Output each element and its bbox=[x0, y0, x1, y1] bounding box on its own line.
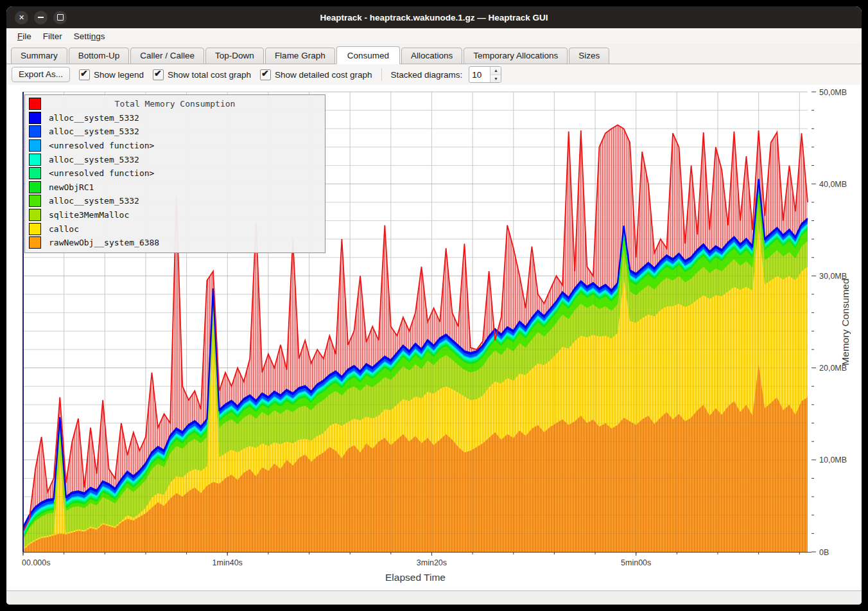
legend-title-row[interactable]: Total Memory Consumption bbox=[25, 97, 325, 111]
legend-title: Total Memory Consumption bbox=[25, 99, 325, 109]
tab-consumed[interactable]: Consumed bbox=[336, 46, 400, 64]
legend-item-label: calloc bbox=[49, 224, 79, 234]
y-tick-label: 40,0MB bbox=[819, 180, 847, 189]
x-tick-label: 3min20s bbox=[417, 558, 447, 567]
legend-item[interactable]: alloc__system_5332 bbox=[25, 125, 325, 139]
stacked-diagrams-label: Stacked diagrams: bbox=[391, 70, 463, 80]
x-tick-label: 00.000s bbox=[22, 558, 50, 567]
tab-temporary-allocations[interactable]: Temporary Allocations bbox=[464, 48, 568, 64]
show-total-cost-label: Show total cost graph bbox=[168, 70, 251, 80]
tab-caller-callee[interactable]: Caller / Callee bbox=[130, 48, 204, 64]
legend-item[interactable]: alloc__system_5332 bbox=[25, 152, 325, 166]
maximize-button[interactable] bbox=[53, 11, 67, 24]
y-axis-title: Memory Consumed bbox=[840, 278, 851, 365]
spinner-arrows: ▲ ▼ bbox=[490, 67, 501, 82]
legend-item-label: sqlite3MemMalloc bbox=[49, 210, 129, 220]
minimize-icon bbox=[38, 17, 44, 18]
maximize-icon bbox=[57, 14, 64, 21]
close-icon: ✕ bbox=[19, 14, 24, 21]
toolbar-separator bbox=[381, 68, 382, 81]
memory-consumption-chart: 00.000s1min40s3min20s5min00s0B10,0MB20,0… bbox=[6, 85, 862, 590]
legend-item[interactable]: calloc bbox=[25, 222, 325, 236]
legend-item-label: <unresolved function> bbox=[49, 168, 154, 178]
toolbar: Export As... ✔ Show legend ✔ Show total … bbox=[6, 64, 862, 85]
status-bar bbox=[6, 590, 862, 605]
legend-item[interactable]: alloc__system_5332 bbox=[25, 194, 325, 208]
show-total-cost-checkbox-group[interactable]: ✔ Show total cost graph bbox=[153, 69, 251, 80]
tab-summary[interactable]: Summary bbox=[11, 48, 67, 64]
stacked-diagrams-spinner[interactable]: 10 ▲ ▼ bbox=[469, 66, 501, 83]
menu-filter[interactable]: Filter bbox=[37, 30, 68, 42]
close-button[interactable]: ✕ bbox=[15, 11, 28, 24]
show-detailed-cost-checkbox-group[interactable]: ✔ Show detailed cost graph bbox=[260, 69, 372, 80]
window-title: Heaptrack - heaptrack.wakunode.1.gz — He… bbox=[6, 13, 862, 22]
tab-sizes[interactable]: Sizes bbox=[569, 48, 609, 64]
checkmark-icon: ✔ bbox=[154, 68, 162, 78]
y-tick-label: 10,0MB bbox=[819, 456, 847, 465]
legend-item[interactable]: <unresolved function> bbox=[25, 166, 325, 181]
legend-item-label: alloc__system_5332 bbox=[49, 196, 139, 206]
minimize-button[interactable] bbox=[34, 11, 48, 24]
tab-bottom-up[interactable]: Bottom-Up bbox=[69, 48, 130, 64]
legend-item[interactable]: newObjRC1 bbox=[25, 181, 325, 195]
legend-item[interactable]: rawNewObj__system_6388 bbox=[25, 236, 325, 250]
show-detailed-cost-label: Show detailed cost graph bbox=[275, 70, 372, 80]
tab-top-down[interactable]: Top-Down bbox=[205, 48, 264, 64]
y-tick-label: 50,0MB bbox=[819, 88, 847, 97]
legend-swatch bbox=[29, 139, 41, 152]
app-window: ✕ Heaptrack - heaptrack.wakunode.1.gz — … bbox=[6, 6, 862, 605]
legend-item-label: alloc__system_5332 bbox=[49, 155, 139, 164]
legend-item-label: <unresolved function> bbox=[49, 141, 154, 150]
legend-swatch bbox=[29, 223, 41, 235]
legend-item[interactable]: alloc__system_5332 bbox=[25, 111, 325, 125]
y-tick-label: 0B bbox=[819, 548, 829, 557]
spinner-up-icon[interactable]: ▲ bbox=[490, 67, 501, 75]
legend-swatch bbox=[29, 125, 41, 137]
legend-swatch bbox=[29, 195, 41, 207]
x-tick-label: 1min40s bbox=[213, 558, 243, 567]
chart-legend[interactable]: Total Memory Consumptionalloc__system_53… bbox=[24, 94, 326, 253]
title-bar: ✕ Heaptrack - heaptrack.wakunode.1.gz — … bbox=[6, 6, 862, 28]
legend-swatch bbox=[29, 236, 41, 249]
checkmark-icon: ✔ bbox=[261, 68, 269, 78]
show-detailed-cost-checkbox[interactable]: ✔ bbox=[260, 69, 271, 80]
tab-bar: SummaryBottom-UpCaller / CalleeTop-DownF… bbox=[6, 44, 862, 64]
legend-item-label: alloc__system_5332 bbox=[49, 127, 139, 136]
show-legend-label: Show legend bbox=[94, 70, 144, 80]
menu-bar: FileFilterSettings bbox=[6, 28, 862, 44]
legend-item[interactable]: <unresolved function> bbox=[25, 139, 325, 153]
menu-settings[interactable]: Settings bbox=[68, 30, 111, 42]
window-controls: ✕ bbox=[6, 11, 67, 24]
screen: ✕ Heaptrack - heaptrack.wakunode.1.gz — … bbox=[0, 0, 868, 611]
legend-swatch bbox=[29, 181, 41, 193]
legend-swatch bbox=[29, 154, 41, 166]
export-as-button[interactable]: Export As... bbox=[12, 67, 70, 82]
legend-swatch bbox=[29, 209, 41, 221]
legend-item-label: alloc__system_5332 bbox=[49, 113, 139, 123]
tab-flame-graph[interactable]: Flame Graph bbox=[265, 48, 335, 64]
show-total-cost-checkbox[interactable]: ✔ bbox=[153, 69, 164, 80]
legend-swatch bbox=[29, 112, 41, 124]
checkmark-icon: ✔ bbox=[80, 68, 88, 78]
show-legend-checkbox-group[interactable]: ✔ Show legend bbox=[79, 69, 144, 80]
spinner-down-icon[interactable]: ▼ bbox=[490, 75, 501, 83]
stacked-diagrams-value[interactable]: 10 bbox=[469, 67, 490, 82]
x-tick-label: 5min00s bbox=[621, 558, 651, 567]
tab-allocations[interactable]: Allocations bbox=[401, 48, 462, 64]
legend-item-label: newObjRC1 bbox=[49, 182, 94, 192]
legend-swatch bbox=[29, 167, 41, 179]
legend-item[interactable]: sqlite3MemMalloc bbox=[25, 208, 325, 222]
menu-file[interactable]: File bbox=[12, 30, 37, 42]
x-axis-title: Elapsed Time bbox=[385, 572, 446, 583]
show-legend-checkbox[interactable]: ✔ bbox=[79, 69, 90, 80]
legend-item-label: rawNewObj__system_6388 bbox=[49, 238, 159, 247]
